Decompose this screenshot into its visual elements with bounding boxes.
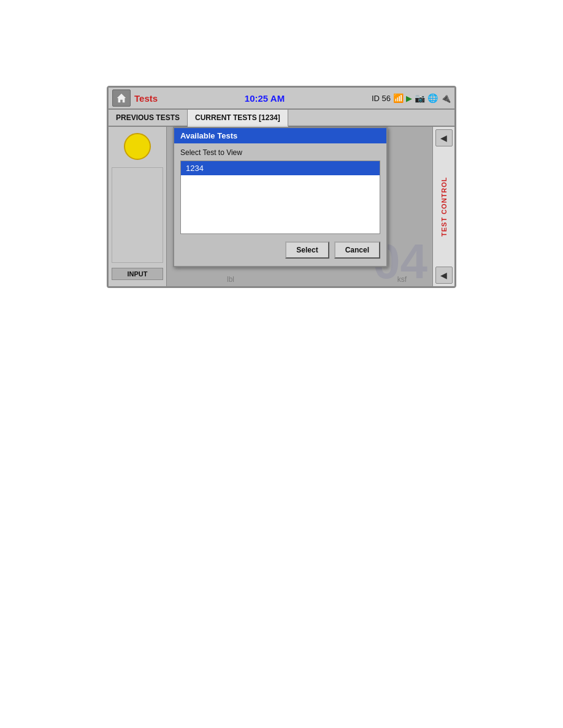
yellow-indicator: [124, 133, 151, 160]
play-icon: [406, 94, 412, 103]
tab-current-tests[interactable]: CURRENT TESTS [1234]: [188, 110, 288, 127]
home-button[interactable]: [112, 89, 131, 107]
header-id-area: ID 56 📶 📷 🌐 🔌: [372, 93, 451, 103]
list-item[interactable]: 1234: [181, 161, 380, 175]
camera-icon: 📷: [415, 93, 425, 103]
test-control-label: TEST CONTROL: [440, 146, 448, 267]
select-button[interactable]: Select: [285, 241, 329, 259]
tab-bar: PREVIOUS TESTS CURRENT TESTS [1234]: [109, 110, 454, 127]
svg-marker-0: [117, 94, 126, 102]
right-sidebar: ◀ TEST CONTROL ◀: [432, 127, 454, 286]
connect-icon: 🔌: [440, 93, 451, 103]
header-title: Tests: [134, 93, 158, 104]
signal-icon: 📶: [393, 93, 404, 103]
tab-previous-tests[interactable]: PREVIOUS TESTS: [109, 110, 188, 126]
header-bar: Tests 10:25 AM ID 56 📶 📷 🌐 🔌: [109, 88, 454, 110]
modal-body: Select Test to View 1234 Select Cancel: [174, 143, 386, 266]
sidebar-arrow-down[interactable]: ◀: [435, 267, 453, 284]
main-content: INPUT in 04 ksf lbl Available Tests Sele…: [109, 127, 454, 286]
header-time: 10:25 AM: [161, 93, 368, 104]
input-label: INPUT: [112, 268, 163, 280]
modal-buttons: Select Cancel: [180, 239, 380, 261]
modal-dialog: Available Tests Select Test to View 1234…: [173, 127, 388, 267]
home-icon: [116, 93, 127, 104]
globe-icon: 🌐: [427, 93, 438, 103]
sidebar-arrow-up[interactable]: ◀: [435, 129, 453, 146]
cancel-button[interactable]: Cancel: [334, 241, 380, 259]
center-panel: in 04 ksf lbl Available Tests Select Tes…: [167, 127, 432, 286]
modal-subtitle: Select Test to View: [180, 148, 380, 157]
modal-title: Available Tests: [174, 128, 386, 143]
header-id-text: ID 56: [372, 94, 391, 103]
device-frame: Tests 10:25 AM ID 56 📶 📷 🌐 🔌 PREVIOUS TE…: [107, 86, 456, 288]
left-panel: INPUT: [109, 127, 167, 286]
modal-overlay: Available Tests Select Test to View 1234…: [167, 127, 432, 286]
modal-list[interactable]: 1234: [180, 161, 380, 234]
